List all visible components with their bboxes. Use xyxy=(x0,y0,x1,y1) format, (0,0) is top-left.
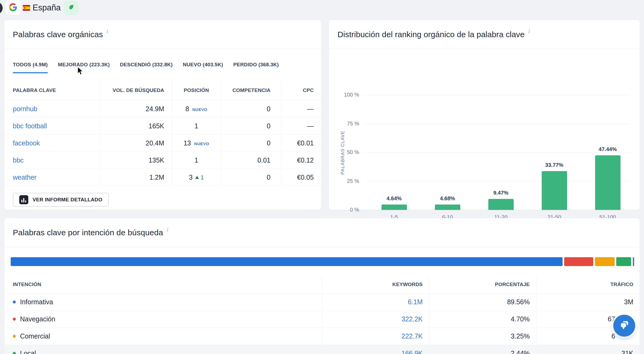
info-icon[interactable]: i xyxy=(107,28,108,34)
search-volume-value: 24.9M xyxy=(146,105,164,113)
intent-table-row[interactable]: Informativa 6.1M 89.56% 3M xyxy=(4,294,640,311)
position-value: 13 xyxy=(183,139,191,147)
cpc-value: — xyxy=(307,122,314,130)
tab-label: NUEVO (403.5K) xyxy=(183,62,223,68)
up-triangle-icon xyxy=(195,176,199,179)
gridline xyxy=(366,210,630,210)
keyword-column-header[interactable]: CPC xyxy=(281,80,321,100)
y-axis-tick-label: 25 % xyxy=(329,178,359,184)
keyword-link[interactable]: weather xyxy=(13,174,37,181)
chart-bar[interactable] xyxy=(542,171,567,210)
chat-bubble-icon xyxy=(618,319,630,332)
intent-keywords-link[interactable]: 222.7K xyxy=(402,332,423,340)
avatar[interactable] xyxy=(0,2,3,14)
search-volume-value: 20.4M xyxy=(146,139,164,147)
keyword-table-row[interactable]: bbc 135K 1 0.01 €0.12 xyxy=(4,152,321,169)
intent-column-header[interactable]: INTENCIÓN xyxy=(4,275,322,293)
tab-label: TODOS (4.9M) xyxy=(13,62,48,68)
info-icon[interactable]: i xyxy=(528,28,530,34)
intent-label: Navegación xyxy=(20,315,55,323)
intent-label: Informativa xyxy=(20,298,53,306)
intent-keywords-link[interactable]: 322.2K xyxy=(402,315,423,323)
distribution-card-title: Distribución del ranking orgánico de la … xyxy=(337,30,525,39)
organic-tab[interactable]: NUEVO (403.5K) xyxy=(183,49,223,80)
intent-column-header[interactable]: PORCENTAJE xyxy=(429,275,536,293)
detailed-report-button-label: VER INFORME DETALLADO xyxy=(33,197,102,203)
organic-card-title: Palabras clave orgánicas xyxy=(13,30,103,39)
spain-flag-icon xyxy=(23,5,30,11)
intent-bar-segment[interactable] xyxy=(595,257,615,266)
google-search-engine-badge[interactable] xyxy=(5,1,21,15)
chart-bar[interactable] xyxy=(435,205,460,210)
organic-tab[interactable]: MEJORADO (223.3K) xyxy=(58,49,110,80)
position-value: 3 xyxy=(189,174,193,181)
keyword-link[interactable]: pornhub xyxy=(13,105,37,113)
keyword-column-header[interactable]: POSICIÓN xyxy=(172,80,220,100)
keyword-link[interactable]: bbc xyxy=(13,156,23,164)
intent-stacked-bar xyxy=(11,257,636,266)
search-volume-value: 1.2M xyxy=(149,174,164,181)
intent-bar-segment[interactable] xyxy=(564,257,593,266)
detailed-report-button[interactable]: VER INFORME DETALLADO xyxy=(13,193,109,207)
tab-label: PERDIDO (368.3K) xyxy=(233,62,279,68)
keyword-table-row[interactable]: facebook 20.4M 13 NUEVO 0 €0.01 xyxy=(4,135,321,152)
chart-bar[interactable] xyxy=(595,155,621,210)
intent-bar-segment[interactable] xyxy=(11,257,563,266)
intent-dot xyxy=(13,335,16,338)
chart-bar[interactable] xyxy=(488,199,514,210)
leaf-icon xyxy=(68,4,74,12)
intent-keywords-link[interactable]: 166.9K xyxy=(402,349,423,354)
position-value: 1 xyxy=(195,122,198,130)
intent-percentage-value: 2.44% xyxy=(511,349,530,354)
intent-dot xyxy=(13,318,16,321)
intent-traffic-value: 3M xyxy=(624,298,633,306)
intent-keywords-link[interactable]: 6.1M xyxy=(408,298,423,306)
cpc-value: — xyxy=(307,105,314,113)
intent-label: Local xyxy=(20,349,36,354)
keyword-column-header[interactable]: PALABRA CLAVE xyxy=(4,80,100,100)
intent-traffic-value: 6 xyxy=(611,332,615,340)
keyword-table-body: pornhub 24.9M 8 NUEVO 0 — bbc football 1… xyxy=(4,101,321,186)
gridline xyxy=(366,95,630,95)
intent-dot xyxy=(13,352,16,354)
intent-table-row[interactable]: Navegación 322.2K 4.70% 67 xyxy=(4,311,640,328)
info-icon[interactable]: i xyxy=(167,227,168,233)
competition-value: 0 xyxy=(267,105,270,113)
intent-dot xyxy=(13,301,16,303)
intent-column-header[interactable]: KEYWORDS xyxy=(322,275,429,293)
intent-table-header: INTENCIÓNKEYWORDSPORCENTAJETRÁFICO xyxy=(4,275,640,294)
keyword-column-header[interactable]: COMPETENCIA xyxy=(220,80,281,100)
chart-bar[interactable] xyxy=(382,205,407,210)
leaf-badge[interactable] xyxy=(64,1,78,15)
intent-bar-segment[interactable] xyxy=(633,257,634,266)
organic-tab[interactable]: DESCENDIÓ (332.8K) xyxy=(120,49,173,80)
gridline xyxy=(366,124,630,124)
organic-tabs: TODOS (4.9M) MEJORADO (223.3K) DESCENDIÓ… xyxy=(4,49,321,80)
position-value: 8 xyxy=(185,105,189,113)
keyword-table-row[interactable]: weather 1.2M 3 1 0 €0.05 xyxy=(4,169,321,186)
y-axis-title: PALABRAS CLAVE xyxy=(340,131,345,175)
intent-table-row[interactable]: Local 166.9K 2.44% 31K xyxy=(4,345,640,354)
new-badge: NUEVO xyxy=(192,107,207,112)
intent-percentage-value: 89.56% xyxy=(507,298,530,306)
project-name: España xyxy=(33,0,61,16)
intent-card: Palabras clave por intención de búsqueda… xyxy=(4,218,640,354)
cpc-value: €0.12 xyxy=(297,156,314,164)
ranking-distribution-card: Distribución del ranking orgánico de la … xyxy=(329,20,640,210)
organic-tab[interactable]: PERDIDO (368.3K) xyxy=(233,49,279,80)
chat-widget-button[interactable] xyxy=(613,315,635,337)
intent-table-row[interactable]: Comercial 222.7K 3.25% 6 xyxy=(4,328,640,345)
intent-percentage-value: 4.70% xyxy=(511,315,530,323)
keyword-link[interactable]: facebook xyxy=(13,139,40,147)
keyword-link[interactable]: bbc football xyxy=(13,122,47,130)
keyword-table-row[interactable]: pornhub 24.9M 8 NUEVO 0 — xyxy=(4,101,321,118)
intent-label: Comercial xyxy=(20,332,50,340)
gridline xyxy=(366,181,630,182)
intent-bar-segment[interactable] xyxy=(616,257,631,266)
intent-column-header[interactable]: TRÁFICO xyxy=(536,275,640,293)
keyword-table-row[interactable]: bbc football 165K 1 0 — xyxy=(4,118,321,135)
keyword-column-header[interactable]: VOL. DE BÚSQUEDA xyxy=(100,80,172,100)
bar-value-label: 33.77% xyxy=(533,162,576,168)
cpc-value: €0.05 xyxy=(297,174,314,181)
organic-tab[interactable]: TODOS (4.9M) xyxy=(13,49,48,80)
